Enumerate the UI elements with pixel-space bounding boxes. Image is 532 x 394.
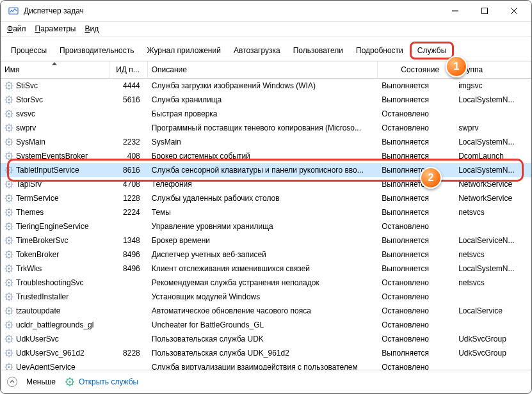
cell-desc: Пользовательская служба UDK [148,335,378,343]
table-row[interactable]: TermService1228Службы удаленных рабочих … [1,191,531,205]
svg-point-31 [8,282,10,284]
service-icon [4,278,13,287]
titlebar[interactable]: Диспетчер задач [1,1,531,22]
tabs: Процессы Производительность Журнал прило… [1,36,531,61]
cell-group: netsvcs [455,208,531,217]
table-row[interactable]: svsvcБыстрая проверкаОстановлено [1,107,531,121]
table-row[interactable]: Themes2224ТемыВыполняетсяnetsvcs [1,205,531,219]
svg-point-35 [8,310,10,312]
cell-pid: 8228 [109,349,148,358]
tab-processes[interactable]: Процессы [4,42,53,59]
col-state[interactable]: Состояние [378,61,455,78]
table-row[interactable]: tzautoupdateАвтоматическое обновление ча… [1,304,531,318]
svg-point-33 [8,296,10,298]
service-icon [4,166,13,175]
table-row[interactable]: TimeBrokerSvc1348Брокер времениВыполняет… [1,233,531,248]
cell-state: Остановлено [378,109,455,118]
service-icon [4,292,13,301]
cell-state: Остановлено [378,320,455,329]
table-row[interactable]: TieringEngineServiceУправление уровнями … [1,219,531,233]
cell-desc: Служба виртуализации взаимодействия с по… [148,363,378,370]
open-services-link[interactable]: Открыть службы [65,377,138,387]
table-row[interactable]: UevAgentServiceСлужба виртуализации взаи… [1,360,531,370]
svg-point-41 [8,352,10,354]
cell-name: UdkUserSvc [16,335,59,343]
menu-view[interactable]: Вид [81,23,102,35]
table-row[interactable]: SysMain2232SysMainВыполняетсяLocalSystem… [1,135,531,149]
collapse-button[interactable] [7,377,17,387]
col-name[interactable]: Имя [1,61,109,78]
service-icon [4,306,13,315]
cell-state: Выполняется [378,166,455,175]
cell-group: LocalSystemN... [455,166,531,175]
table-row[interactable]: StiSvc4444Служба загрузки изображений Wi… [1,79,531,93]
menu-options[interactable]: Параметры [31,23,80,35]
cell-pid: 5616 [109,95,148,104]
cell-name: SysMain [16,138,45,146]
close-button[interactable] [499,1,529,21]
table-row[interactable]: SystemEventsBroker408Брокер системных со… [1,149,531,163]
col-desc[interactable]: Описание [148,61,378,78]
cell-group: NetworkService [455,180,531,189]
minimize-button[interactable] [440,1,470,21]
tab-details[interactable]: Подробности [350,42,410,59]
service-icon [4,123,13,132]
table-row[interactable]: UdkUserSvc_961d28228Пользовательская слу… [1,346,531,360]
tab-performance[interactable]: Производительность [53,42,140,59]
cell-group: LocalService [455,306,531,315]
table-row[interactable]: swprvПрограммный поставщик теневого копи… [1,121,531,135]
cell-state: Остановлено [378,292,455,301]
cell-name: TokenBroker [16,250,59,259]
table-row[interactable]: TrustedInstallerУстановщик модулей Windo… [1,290,531,304]
menu-file[interactable]: Файл [3,23,30,35]
svg-point-25 [8,240,10,242]
cell-state: Остановлено [378,363,455,370]
tab-apphistory[interactable]: Журнал приложений [141,42,227,59]
col-pid[interactable]: ИД п... [109,61,148,78]
svg-point-11 [8,141,10,143]
svg-point-39 [8,338,10,340]
tab-services[interactable]: Службы [410,42,454,59]
table-row[interactable]: TroubleshootingSvcРекомендуемая служба у… [1,276,531,290]
svg-point-19 [8,198,10,200]
cell-state: Выполняется [378,208,455,217]
maximize-button[interactable] [470,1,499,21]
service-icon [4,95,13,104]
cell-state: Остановлено [378,335,455,343]
task-manager-window: Диспетчер задач Файл Параметры Вид Проце… [0,0,532,394]
cell-state: Выполняется [378,152,455,161]
svg-point-7 [8,113,10,115]
table-row[interactable]: TapiSrv4708ТелефонияВыполняетсяNetworkSe… [1,177,531,191]
cell-name: ucldr_battlegrounds_gl [16,320,93,329]
cell-desc: Службы удаленных рабочих столов [148,194,378,203]
cell-desc: Uncheater for BattleGrounds_GL [148,320,378,329]
table-row[interactable]: ucldr_battlegrounds_glUncheater for Batt… [1,318,531,332]
grid-body: StiSvc4444Служба загрузки изображений Wi… [1,79,531,370]
cell-name: svsvc [16,109,35,118]
table-row[interactable]: TrkWks8496Клиент отслеживания изменивших… [1,262,531,276]
cell-group: swprv [455,123,531,132]
tab-startup[interactable]: Автозагрузка [227,42,287,59]
svg-point-23 [8,226,10,228]
cell-desc: Брокер времени [148,236,378,245]
service-icon [4,236,13,245]
table-row[interactable]: TabletInputService8616Служба сенсорной к… [1,163,531,177]
service-icon [4,320,13,329]
cell-group: LocalSystemN... [455,264,531,273]
table-row[interactable]: StorSvc5616Служба хранилищаВыполняетсяLo… [1,93,531,107]
cell-pid: 1228 [109,194,148,203]
cell-pid: 8616 [109,166,148,175]
fewer-details[interactable]: Меньше [26,377,56,386]
cell-desc: Служба хранилища [148,95,378,104]
cell-state: Выполняется [378,194,455,203]
app-icon [8,6,19,16]
cell-name: TapiSrv [16,180,42,189]
tab-users[interactable]: Пользователи [287,42,350,59]
cell-state: Выполняется [378,180,455,189]
cell-name: SystemEventsBroker [16,152,88,161]
services-grid[interactable]: Имя ИД п... Описание Состояние Группа St… [1,61,531,370]
table-row[interactable]: TokenBroker8496Диспетчер учетных веб-зап… [1,248,531,262]
cell-name: TroubleshootingSvc [16,278,84,287]
cell-group: LocalSystemN... [455,95,531,104]
table-row[interactable]: UdkUserSvcПользовательская служба UDKОст… [1,332,531,346]
